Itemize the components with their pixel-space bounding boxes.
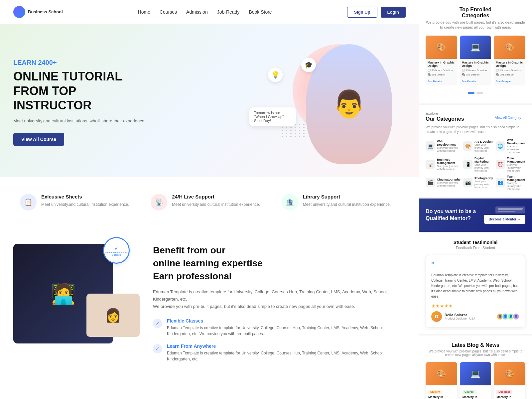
nav-bookstore[interactable]: Book Store	[249, 9, 272, 15]
time-management-icon: ⏰	[496, 160, 505, 169]
live-support-icon: 📡	[151, 194, 167, 210]
floating-graduation-icon: 🎓	[301, 58, 316, 72]
blog-subtitle: We provide you with pre-built pages, but…	[426, 349, 525, 357]
hero-content: LEARN 2400+ ONLINE TUTORIAL FROM TOP INS…	[13, 59, 153, 146]
page-wrapper: Business School Home Courses Admission J…	[0, 0, 532, 399]
learn-anywhere-title: Learn From Anywhere	[167, 343, 406, 349]
enrolled-section: Top Enrolled Categories We provide you w…	[419, 0, 532, 103]
library-support-icon: 🏦	[282, 194, 298, 210]
hero-title: ONLINE TUTORIAL FROM TOP INSTRUCTOR	[13, 69, 153, 112]
category-team-management[interactable]: 👥 Team ManagementStart your journey with…	[496, 175, 526, 191]
author-name: Della Salazar	[445, 313, 475, 317]
learn-anywhere-desc: Eduman Template is creative template for…	[167, 350, 406, 362]
hero-person-image: 👨	[306, 44, 392, 164]
testimonial-section-title: Student Testimonial	[426, 240, 525, 245]
nav-links: Home Courses Admission Job-Ready Book St…	[138, 9, 272, 15]
testimonial-card: " Eduman Template is creative template f…	[426, 255, 525, 328]
logo-text: Business School	[28, 9, 63, 15]
categories-subtitle: We provide you with pre-built pages, but…	[426, 125, 525, 134]
author-role: Product Designer, USA	[445, 317, 475, 320]
mentor-title: Do you want to be a Qualified Mentor?	[426, 208, 476, 222]
benefit-flexible-classes: ✓ Flexible Classes Eduman Template is cr…	[153, 318, 406, 337]
enrolled-subtitle: We provide you with pre-built pages, but…	[426, 20, 525, 30]
category-web-dev[interactable]: 💻 Web DevelopmentStart your journey with…	[426, 138, 461, 154]
benefit-learn-anywhere: ✓ Learn From Anywhere Eduman Template is…	[153, 343, 406, 362]
flexible-classes-desc: Eduman Template is creative template for…	[167, 325, 406, 337]
feature-library-support: 🏦 Library Support Meet university.and cu…	[275, 187, 406, 217]
web-dev-icon: 💻	[426, 141, 435, 151]
main-content: Business School Home Courses Admission J…	[0, 0, 419, 399]
category-cinematography[interactable]: 🎬 CinematographyStart your journey with …	[426, 175, 461, 191]
floating-lightbulb-icon: 💡	[268, 67, 283, 82]
dot-grid	[282, 124, 306, 137]
photography-icon: 📷	[463, 178, 472, 187]
digital-marketing-icon: 📱	[463, 160, 472, 169]
blog-card-1: 🎨 Student Mastery in Graphic Design We p…	[426, 362, 457, 399]
feature-library-text: Library Support Meet university.and cult…	[303, 194, 391, 207]
course-card-img-3: 🎨	[494, 36, 525, 59]
features-bar: 📋 Exlcusive Sheets Meet university.and c…	[0, 177, 419, 227]
see-details-2[interactable]: See Details	[462, 80, 476, 83]
login-button[interactable]: Login	[381, 7, 406, 18]
quote-icon: "	[431, 261, 520, 270]
course-card-1: 🎨 Mastery in Graphic Design 🕐 43 hours D…	[426, 36, 457, 85]
category-photography[interactable]: 📷 PhotographyStart your journey with thi…	[463, 175, 493, 191]
nav-admission[interactable]: Admission	[186, 9, 208, 15]
category-time-management[interactable]: ⏰ Time ManagementStart your journey with…	[496, 157, 526, 172]
blog-card-title-3: Mastery in Graphic Design	[496, 395, 523, 399]
course-card-title-1: Mastery in Graphic Design	[428, 61, 455, 67]
dot-2[interactable]	[476, 92, 483, 94]
blog-img-3: 🎨	[494, 362, 525, 385]
category-business[interactable]: 📊 Business ManagementStart your journey …	[426, 157, 461, 172]
blog-card-2: 💻 Course Mastery in Graphic Design We pr…	[460, 362, 491, 399]
web-dev-2-icon: 🌐	[496, 141, 505, 151]
check-icon-1: ✓	[153, 319, 162, 328]
enrolled-title: Top Enrolled Categories	[426, 7, 525, 19]
course-cards-row: 🎨 Mastery in Graphic Design 🕐 43 hours D…	[426, 36, 525, 85]
testimonial-section-sub: Feedback From Student	[426, 246, 525, 250]
blog-card-3: 🎨 Business Mastery in Graphic Design We …	[494, 362, 525, 399]
author-avatars: 👤 👤 👤 👤	[498, 313, 520, 320]
blog-tag-3: Business	[496, 390, 512, 394]
nav-buttons: Sign Up Login	[347, 7, 406, 18]
categories-title: Our Categories	[426, 116, 464, 122]
view-all-categories-link[interactable]: View All Category →	[495, 116, 525, 120]
course-card-meta-2: 🕐 43 hours Duration 📚 251 Lesson	[462, 69, 489, 76]
category-web-dev-2[interactable]: 🌐 Web DevelopmentStart your journey with…	[496, 138, 526, 154]
rating-stars: ★★★★★	[431, 303, 520, 309]
hero-badge: LEARN 2400+	[13, 59, 153, 66]
category-art-design[interactable]: 🎨 Art & DesignStart your journey with th…	[463, 138, 493, 154]
benefit-desc: Eduman Template is creative template for…	[153, 288, 406, 310]
nav-home[interactable]: Home	[138, 9, 150, 15]
art-design-icon: 🎨	[463, 141, 472, 151]
feature-live-support: 📡 24/H Live Support Meet university.and …	[144, 187, 275, 217]
become-mentor-button[interactable]: Become a Mentor →	[484, 215, 525, 224]
course-card-3: 🎨 Mastery in Graphic Design 🕐 43 hours D…	[494, 36, 525, 85]
cinematography-icon: 🎬	[426, 178, 435, 187]
nav-courses[interactable]: Courses	[160, 9, 177, 15]
explore-label: Explore	[426, 111, 525, 115]
blog-section: Lates Blog & News We provide you with pr…	[419, 335, 532, 399]
dot-1[interactable]	[468, 92, 474, 94]
check-icon-2: ✓	[153, 344, 162, 353]
view-all-course-button[interactable]: View All Course	[13, 133, 64, 146]
see-details-1[interactable]: See Details	[428, 80, 442, 83]
category-digital-marketing[interactable]: 📱 Digital MarketingStart your journey wi…	[463, 157, 493, 172]
signup-button[interactable]: Sign Up	[347, 7, 377, 18]
logo-icon	[13, 6, 25, 18]
blog-img-2: 💻	[460, 362, 491, 385]
benefit-small-image: 👩	[86, 294, 140, 337]
hero-person: 👨	[299, 31, 399, 164]
course-card-2: 💻 Mastery in Graphic Design 🕐 43 hours D…	[460, 36, 491, 85]
course-card-img-2: 💻	[460, 36, 491, 59]
nav-job-ready[interactable]: Job-Ready	[217, 9, 240, 15]
blog-img-1: 🎨	[426, 362, 457, 385]
right-panel: Top Enrolled Categories We provide you w…	[419, 0, 532, 399]
blog-tag-2: Course	[463, 390, 476, 394]
carousel-dots	[426, 89, 525, 97]
flexible-classes-title: Flexible Classes	[167, 318, 406, 324]
blog-tag-1: Student	[428, 390, 442, 394]
course-card-title-3: Mastery in Graphic Design	[496, 61, 523, 67]
see-details-3[interactable]: See Sample	[496, 80, 511, 83]
testimonial-text: Eduman Template is creative template for…	[431, 273, 520, 299]
